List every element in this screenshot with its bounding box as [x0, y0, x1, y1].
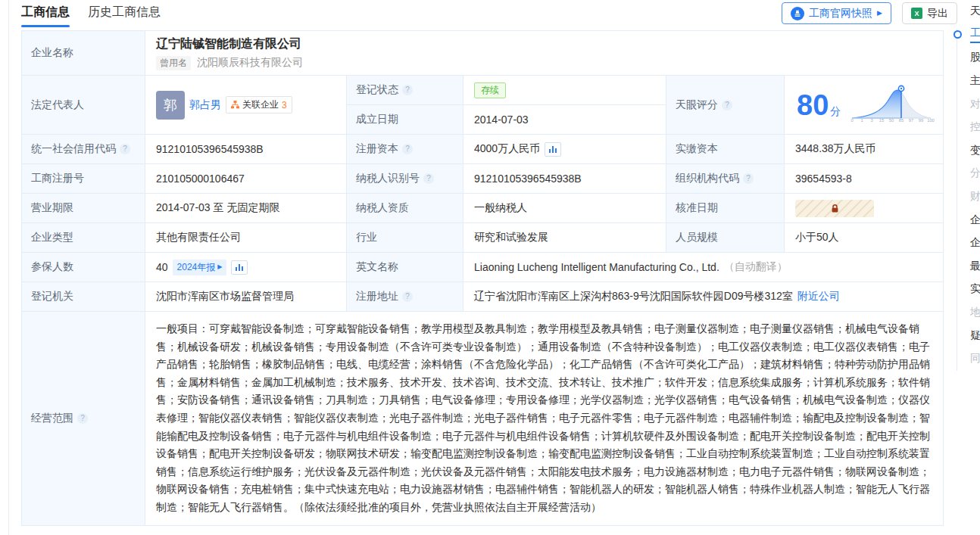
business-scope-value: 一般项目：可穿戴智能设备制造；可穿戴智能设备销售；教学用模型及教具制造；教学用模…	[145, 312, 943, 525]
tab-label: 历史工商信息	[88, 5, 161, 18]
axis-tick: 3	[871, 118, 873, 123]
chevron-right-icon: ▶	[877, 10, 882, 17]
company-name-label: 企业名称	[22, 31, 145, 75]
nearby-companies-link[interactable]: 附近公司	[797, 290, 840, 303]
axis-tick: 15	[879, 118, 884, 123]
table-row: 工商注册号 210105000106467 纳税人识别号 ? 912101053…	[22, 163, 943, 193]
business-scope-label: 经营范围 ?	[22, 312, 145, 525]
tab-business-info[interactable]: 工商信息	[21, 5, 70, 27]
help-icon[interactable]: ?	[77, 413, 88, 424]
related-companies-label: 关联企业	[242, 98, 279, 111]
side-nav-item[interactable]: 疑	[970, 324, 980, 347]
legal-rep-name-link[interactable]: 郭占男	[189, 98, 221, 112]
industry-label: 行业	[347, 223, 463, 252]
former-name-tag: 曾用名	[156, 56, 191, 70]
table-row: 企业类型 其他有限责任公司 行业 研究和试验发展 人员规模 小于50人	[22, 222, 943, 252]
table-row: 营业期限 2014-07-03 至 无固定期限 纳税人资质 一般纳税人 核准日期	[22, 193, 943, 222]
business-term-value: 2014-07-03 至 无固定期限	[145, 194, 346, 222]
insured-count-value: 40 2024年报 ▶	[145, 253, 346, 281]
staff-size-value: 小于50人	[785, 223, 943, 252]
side-nav-item[interactable]: 企	[970, 208, 980, 232]
help-icon[interactable]: ?	[402, 144, 413, 154]
company-name: 辽宁陆铖智能制造有限公司	[156, 36, 301, 52]
side-nav-item[interactable]: 控	[970, 116, 980, 139]
reg-capital-value: 4000万人民币	[463, 135, 666, 163]
tab-bar: 工商信息 历史工商信息	[21, 0, 161, 27]
reg-address-value: 辽宁省沈阳市浑南区上深沟村863-9号沈阳国际软件园D09号楼312室 附近公司	[463, 282, 943, 311]
export-button[interactable]: X 导出	[902, 2, 957, 24]
help-icon[interactable]: ?	[120, 144, 130, 154]
help-icon[interactable]: ?	[722, 100, 732, 110]
table-row: 法定代表人 郭 郭占男 关联企业 3 登记状态 ? 存续 天眼评分 ?	[22, 75, 943, 134]
industry-value: 研究和试验发展	[463, 223, 666, 252]
active-nav-dot	[953, 30, 962, 39]
bar-chart-icon	[548, 145, 557, 154]
help-icon[interactable]: ?	[402, 85, 413, 95]
table-row: 经营范围 ? 一般项目：可穿戴智能设备制造；可穿戴智能设备销售；教学用模型及教具…	[22, 311, 943, 525]
taxpayer-id-label: 纳税人识别号 ?	[347, 164, 463, 193]
org-chart-icon	[231, 101, 239, 109]
org-code-label: 组织机构代码 ?	[666, 164, 784, 193]
capital-chart-button[interactable]	[545, 142, 561, 157]
table-row: 登记机关 沈阳市浑南区市场监督管理局 注册地址 ? 辽宁省沈阳市浑南区上深沟村8…	[22, 281, 943, 311]
staff-size-label: 人员规模	[666, 223, 784, 252]
related-companies-count: 3	[282, 100, 287, 110]
side-nav-item[interactable]: 主	[970, 70, 980, 93]
help-icon[interactable]: ?	[423, 173, 434, 184]
reg-address-label: 注册地址 ?	[347, 282, 463, 311]
side-nav-item[interactable]: 股	[970, 46, 980, 70]
side-nav-item[interactable]: 工	[970, 23, 980, 47]
header: 工商信息 历史工商信息 工商官网快照 ▶ X 导出	[21, 0, 957, 29]
score-axis: 0131550859799100	[850, 118, 933, 126]
reg-status-cell: 存续	[463, 76, 666, 104]
axis-tick: 1	[861, 118, 863, 123]
locked-content-placeholder[interactable]	[795, 200, 874, 217]
side-nav-item[interactable]: 天	[970, 0, 980, 23]
side-nav-items: 天工股主对控变分财企企最实地疑同	[970, 0, 980, 371]
reg-status-label: 登记状态 ?	[347, 76, 463, 104]
uscc-value: 91210105396545938B	[145, 135, 346, 163]
approval-date-label: 核准日期	[666, 194, 784, 222]
tab-history-business-info[interactable]: 历史工商信息	[88, 5, 161, 27]
score-cell: 80 分	[785, 76, 943, 134]
chevron-right-icon: ▶	[217, 264, 222, 270]
company-type-label: 企业类型	[22, 223, 145, 252]
legal-rep-avatar[interactable]: 郭	[156, 91, 185, 120]
side-nav-item[interactable]: 企	[970, 232, 980, 255]
help-icon[interactable]: ?	[402, 291, 413, 302]
help-icon[interactable]: ?	[743, 173, 754, 184]
annual-report-badge[interactable]: 2024年报 ▶	[173, 260, 227, 275]
company-business-info-page: 工商信息 历史工商信息 工商官网快照 ▶ X 导出 企业名称	[0, 0, 980, 535]
side-nav-item[interactable]: 地	[970, 301, 980, 325]
business-term-label: 营业期限	[22, 194, 145, 222]
side-nav-item[interactable]: 分	[970, 162, 980, 185]
stamp-icon	[791, 7, 804, 20]
side-nav-item[interactable]: 最	[970, 255, 980, 278]
legal-rep-label: 法定代表人	[22, 76, 145, 134]
reg-authority-value: 沈阳市浑南区市场监督管理局	[145, 282, 346, 311]
side-nav-item[interactable]: 变	[970, 139, 980, 163]
taxpayer-quality-value: 一般纳税人	[463, 194, 666, 222]
org-code-value: 39654593-8	[785, 164, 943, 193]
side-nav-item[interactable]: 对	[970, 92, 980, 116]
score-label: 天眼评分 ?	[666, 76, 784, 134]
official-site-snapshot-button[interactable]: 工商官网快照 ▶	[782, 2, 891, 24]
insured-chart-button[interactable]	[231, 260, 248, 275]
active-tab-underline	[21, 25, 70, 27]
side-nav-item[interactable]: 财	[970, 185, 980, 209]
side-nav-item[interactable]: 实	[970, 278, 980, 301]
english-name-value: Liaoning Lucheng Intelligent Manufacturi…	[463, 253, 943, 281]
axis-tick: 85	[899, 118, 904, 123]
legal-rep-cell: 郭 郭占男 关联企业 3	[145, 76, 346, 134]
tab-label: 工商信息	[21, 5, 70, 18]
approval-date-value	[785, 194, 943, 222]
score-unit: 分	[830, 105, 841, 119]
reg-authority-label: 登记机关	[22, 282, 145, 311]
company-type-value: 其他有限责任公司	[145, 223, 346, 252]
establish-date-label: 成立日期	[347, 105, 463, 134]
company-name-cell: 辽宁陆铖智能制造有限公司 曾用名 沈阳顺辰科技有限公司	[145, 31, 943, 75]
related-companies-badge[interactable]: 关联企业 3	[226, 96, 292, 114]
side-nav-item[interactable]: 同	[970, 347, 980, 371]
axis-tick: 0	[851, 118, 854, 123]
establish-date-cell: 2014-07-03	[463, 105, 666, 134]
